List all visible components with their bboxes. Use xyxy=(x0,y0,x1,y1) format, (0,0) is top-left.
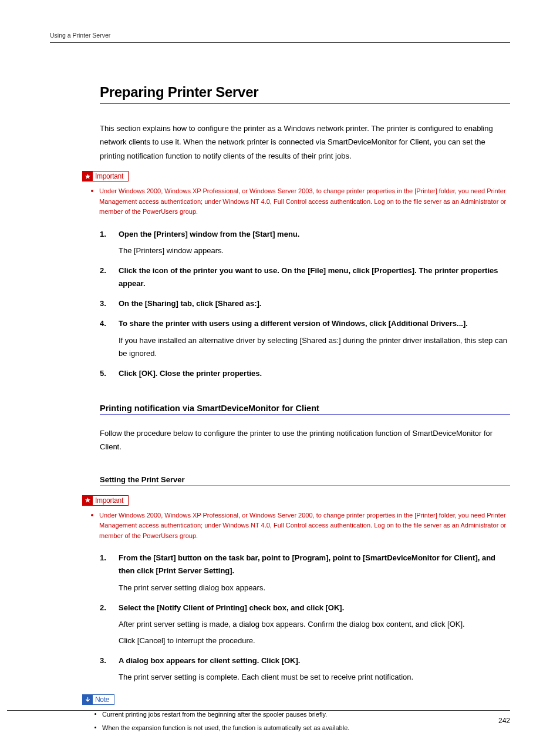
step-item: To share the printer with users using a … xyxy=(100,317,510,359)
step-desc: If you have installed an alternative dri… xyxy=(119,334,510,360)
sub-heading: Printing notification via SmartDeviceMon… xyxy=(100,404,510,413)
step-item: A dialog box appears for client setting.… xyxy=(100,654,510,684)
running-header: Using a Printer Server xyxy=(50,32,510,39)
star-icon xyxy=(83,496,93,505)
important-label: Important xyxy=(93,496,128,505)
step-title: On the [Sharing] tab, click [Shared as:]… xyxy=(119,297,510,310)
title-rule xyxy=(100,103,510,104)
note-callout: Note xyxy=(82,694,114,705)
note-text: Current printing jobs restart from the b… xyxy=(102,710,327,720)
intro-paragraph: This section explains how to configure t… xyxy=(100,122,510,163)
step-title: Click [OK]. Close the printer properties… xyxy=(119,367,510,380)
page-number: 242 xyxy=(498,717,510,725)
svg-marker-0 xyxy=(85,174,90,179)
steps-list-1: Open the [Printers] window from the [Sta… xyxy=(100,228,510,380)
bullet-dot-icon xyxy=(95,727,96,728)
content-area: Preparing Printer Server This section ex… xyxy=(100,84,510,732)
step-title: Open the [Printers] window from the [Sta… xyxy=(119,228,510,241)
step-title: To share the printer with users using a … xyxy=(119,317,510,330)
star-icon xyxy=(83,172,93,181)
note-label: Note xyxy=(93,695,114,704)
step-item: On the [Sharing] tab, click [Shared as:]… xyxy=(100,297,510,310)
step-item: Click [OK]. Close the printer properties… xyxy=(100,367,510,380)
bullet-dot-icon xyxy=(91,190,93,192)
footer-rule xyxy=(7,710,510,711)
note-list: Current printing jobs restart from the b… xyxy=(95,710,510,732)
important-label: Important xyxy=(93,172,128,180)
sub-intro: Follow the procedure below to configure … xyxy=(100,426,510,454)
important-bullet: Under Windows 2000, Windows XP Professio… xyxy=(91,510,510,542)
step-item: From the [Start] button on the task bar,… xyxy=(100,552,510,594)
important-callout: Important xyxy=(82,495,129,506)
svg-marker-1 xyxy=(85,498,90,503)
steps-list-2: From the [Start] button on the task bar,… xyxy=(100,552,510,684)
arrow-down-icon xyxy=(83,695,93,704)
important-text: Under Windows 2000, Windows XP Professio… xyxy=(99,186,510,217)
sub-sub-heading: Setting the Print Server xyxy=(100,475,510,484)
step-title: Click the icon of the printer you want t… xyxy=(119,264,510,290)
step-desc: The print server setting dialog box appe… xyxy=(119,582,510,594)
page-title: Preparing Printer Server xyxy=(100,84,510,100)
step-item: Open the [Printers] window from the [Sta… xyxy=(100,228,510,257)
step-item: Click the icon of the printer you want t… xyxy=(100,264,510,290)
step-title: A dialog box appears for client setting.… xyxy=(119,654,510,667)
important-bullet: Under Windows 2000, Windows XP Professio… xyxy=(91,186,510,217)
step-desc: The print server setting is complete. Ea… xyxy=(119,671,510,684)
important-text: Under Windows 2000, Windows XP Professio… xyxy=(99,510,510,542)
step-desc: After print server setting is made, a di… xyxy=(119,618,510,631)
step-desc: The [Printers] window appears. xyxy=(119,244,510,257)
sub-heading-rule xyxy=(100,414,510,415)
header-rule xyxy=(50,42,510,43)
step-desc: Click [Cancel] to interrupt the procedur… xyxy=(119,634,510,647)
step-title: From the [Start] button on the task bar,… xyxy=(119,552,510,577)
bullet-dot-icon xyxy=(91,514,93,516)
bullet-dot-icon xyxy=(95,713,96,715)
sub-sub-rule xyxy=(100,485,510,486)
step-title: Select the [Notify Client of Printing] c… xyxy=(119,601,510,614)
note-text: When the expansion function is not used,… xyxy=(102,723,349,733)
note-item: Current printing jobs restart from the b… xyxy=(95,710,510,720)
note-item: When the expansion function is not used,… xyxy=(95,723,510,733)
important-callout: Important xyxy=(82,171,129,182)
step-item: Select the [Notify Client of Printing] c… xyxy=(100,601,510,647)
